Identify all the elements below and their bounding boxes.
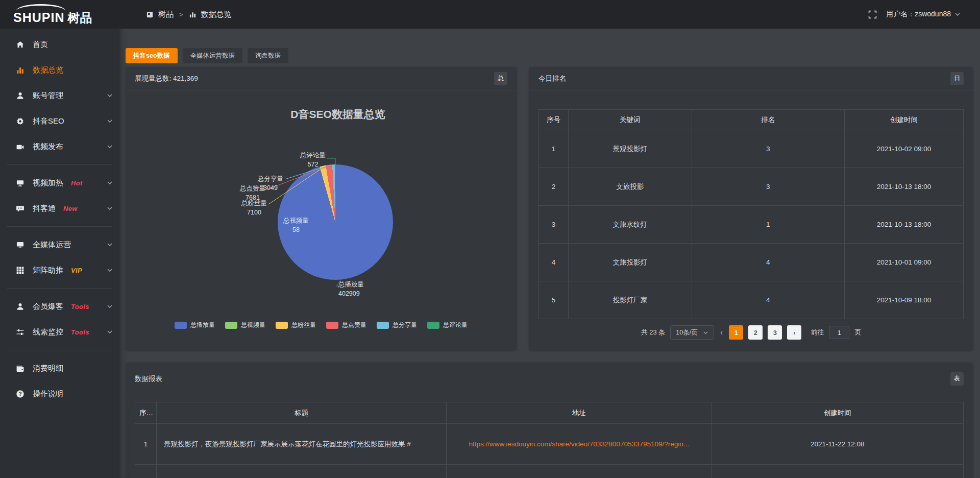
goto-label: 前往 bbox=[811, 328, 824, 337]
logo-text-en: SHUPIN bbox=[13, 10, 64, 25]
rank-cell: 1 bbox=[539, 130, 569, 168]
breadcrumb-separator: > bbox=[179, 11, 183, 18]
chart-panel-title: 展现量总数: 421,369 bbox=[135, 74, 198, 83]
next-page-button[interactable]: › bbox=[787, 325, 801, 340]
pie-label-5: 总评论量572 bbox=[300, 151, 326, 169]
top-header: SHUPIN 树品 树品 > 数据总览 用户名：zswodun88 bbox=[0, 0, 980, 29]
legend-label: 总评论量 bbox=[443, 321, 468, 329]
fullscreen-icon[interactable] bbox=[868, 10, 877, 19]
pie-lead-lines bbox=[126, 90, 517, 350]
legend-swatch bbox=[377, 322, 389, 329]
today-rank-panel: 今日排名 日 序号关键词排名创建时间 1景观投影灯32021-10-02 09:… bbox=[529, 67, 973, 350]
sidebar-item-label: 视频发布 bbox=[33, 142, 63, 152]
shupin-square-icon bbox=[146, 11, 154, 18]
tab-inquiry-data[interactable]: 询盘数据 bbox=[248, 48, 288, 63]
rank-table: 序号关键词排名创建时间 1景观投影灯32021-10-02 09:002文旅投影… bbox=[538, 109, 964, 319]
sidebar-item-badge: New bbox=[63, 205, 78, 212]
chevron-down-icon bbox=[703, 330, 708, 336]
rank-cell: 2021-10-09 18:00 bbox=[845, 281, 964, 319]
rank-day-button[interactable]: 日 bbox=[950, 72, 964, 85]
sidebar-item-video-publish[interactable]: 视频发布 bbox=[0, 134, 118, 159]
pie-label-value: 7100 bbox=[241, 208, 267, 217]
video-link[interactable]: https://www.iesdouyin.com/share/video/70… bbox=[469, 440, 689, 448]
sidebar-item-matrix-boost[interactable]: 矩阵助推VIP bbox=[0, 257, 118, 283]
sidebar-item-clue-monitor[interactable]: 线索监控Tools bbox=[0, 319, 118, 345]
sidebar-item-doukertong[interactable]: 抖客通New bbox=[0, 196, 118, 221]
sidebar-item-video-heat[interactable]: 视频加热Hot bbox=[0, 170, 118, 196]
page-button-2[interactable]: 2 bbox=[748, 325, 763, 340]
report-table-header-row: 序号标题地址创建时间 bbox=[135, 402, 964, 424]
sidebar-item-operation-guide[interactable]: ?操作说明 bbox=[0, 381, 118, 407]
report-cell-url: https://www.iesdouyin.com/share/video/70… bbox=[447, 424, 712, 465]
sidebar: 首页数据总览账号管理抖音SEO视频发布视频加热Hot抖客通New全媒体运营矩阵助… bbox=[0, 29, 118, 478]
report-cell-seq: 1 bbox=[135, 424, 157, 465]
sidebar-item-label: 会员爆客 bbox=[33, 302, 63, 312]
sidebar-item-badge: Tools bbox=[71, 303, 89, 310]
pie-label-1: 总视频量58 bbox=[283, 216, 309, 234]
chevron-down-icon bbox=[107, 267, 113, 273]
user-menu[interactable]: 用户名：zswodun88 bbox=[886, 10, 961, 19]
sidebar-item-member-baoke[interactable]: 会员爆客Tools bbox=[0, 294, 118, 319]
page-size-select[interactable]: 10条/页 bbox=[670, 325, 714, 340]
report-cell-empty bbox=[712, 465, 964, 478]
page-size-value: 10条/页 bbox=[676, 328, 697, 337]
sidebar-item-account-management[interactable]: 账号管理 bbox=[0, 83, 118, 108]
sidebar-item-omni-media[interactable]: 全媒体运营 bbox=[0, 232, 118, 257]
report-cell-empty bbox=[157, 465, 447, 478]
legend-item-4[interactable]: 总分享量 bbox=[377, 321, 417, 329]
logo: SHUPIN 树品 bbox=[0, 3, 118, 26]
rank-table-row: 3文旅水纹灯12021-10-13 18:00 bbox=[539, 206, 964, 244]
legend-item-0[interactable]: 总播放量 bbox=[175, 321, 215, 329]
sidebar-item-data-overview[interactable]: 数据总览 bbox=[0, 57, 118, 83]
report-table-button[interactable]: 表 bbox=[950, 372, 964, 386]
heat-icon bbox=[15, 179, 25, 187]
goto-unit-label: 页 bbox=[854, 328, 861, 337]
pie-label-4: 总分享量3049 bbox=[258, 174, 283, 193]
rank-cell: 1 bbox=[692, 206, 845, 244]
legend-label: 总视频量 bbox=[241, 321, 265, 329]
video-icon bbox=[15, 142, 25, 151]
gear-icon bbox=[15, 117, 25, 126]
pagination: 共 23 条 10条/页 ‹ 123 › 前往 页 bbox=[538, 325, 964, 340]
tab-douyin-seo-data[interactable]: 抖音seo数据 bbox=[126, 48, 178, 63]
legend-item-5[interactable]: 总评论量 bbox=[427, 321, 468, 329]
user-icon bbox=[15, 91, 25, 100]
sidebar-item-label: 视频加热 bbox=[33, 178, 63, 188]
prev-page-button[interactable]: ‹ bbox=[719, 327, 724, 338]
chevron-down-icon bbox=[107, 92, 113, 99]
report-col-header: 序号 bbox=[135, 402, 157, 424]
pie-label-name: 总评论量 bbox=[300, 151, 326, 160]
page-button-3[interactable]: 3 bbox=[768, 325, 782, 340]
report-panel-title: 数据报表 bbox=[135, 374, 162, 384]
svg-text:?: ? bbox=[18, 391, 21, 396]
rank-cell: 3 bbox=[539, 206, 569, 244]
legend-item-1[interactable]: 总视频量 bbox=[225, 321, 265, 329]
legend-item-3[interactable]: 总点赞量 bbox=[326, 321, 366, 329]
sidebar-item-label: 线索监控 bbox=[33, 327, 63, 337]
rank-cell: 3 bbox=[692, 130, 845, 168]
legend-label: 总分享量 bbox=[393, 321, 417, 329]
sidebar-item-consumption-detail[interactable]: 消费明细 bbox=[0, 355, 118, 381]
chart-total-button[interactable]: 总 bbox=[494, 72, 507, 85]
legend-swatch bbox=[276, 322, 288, 329]
tab-omni-media-data[interactable]: 全媒体运营数据 bbox=[183, 48, 243, 63]
breadcrumb-current[interactable]: 数据总览 bbox=[201, 10, 232, 19]
breadcrumb: 树品 > 数据总览 bbox=[146, 10, 232, 19]
rank-cell: 4 bbox=[692, 281, 845, 319]
sidebar-item-douyin-seo[interactable]: 抖音SEO bbox=[0, 108, 118, 134]
sidebar-divider bbox=[7, 164, 112, 165]
sidebar-item-home[interactable]: 首页 bbox=[0, 32, 118, 57]
breadcrumb-root[interactable]: 树品 bbox=[158, 10, 174, 19]
pie-label-value: 572 bbox=[300, 160, 326, 169]
legend-item-2[interactable]: 总粉丝量 bbox=[276, 321, 316, 329]
goto-page-input[interactable] bbox=[829, 326, 849, 339]
rank-table-row: 2文旅投影32021-10-13 18:00 bbox=[539, 168, 964, 206]
page-button-1[interactable]: 1 bbox=[729, 325, 743, 340]
legend-swatch bbox=[225, 322, 237, 329]
report-cell-created: 2021-11-22 12:08 bbox=[712, 424, 964, 465]
grid-icon bbox=[15, 266, 25, 275]
rank-cell: 4 bbox=[692, 244, 845, 281]
pie-label-value: 7681 bbox=[240, 193, 265, 202]
report-table-row: 1景观投影灯，夜游景观投影灯厂家展示展示落花灯在花园里的灯光投影应用效果 #ht… bbox=[135, 424, 964, 465]
rank-col-header: 创建时间 bbox=[845, 110, 964, 130]
